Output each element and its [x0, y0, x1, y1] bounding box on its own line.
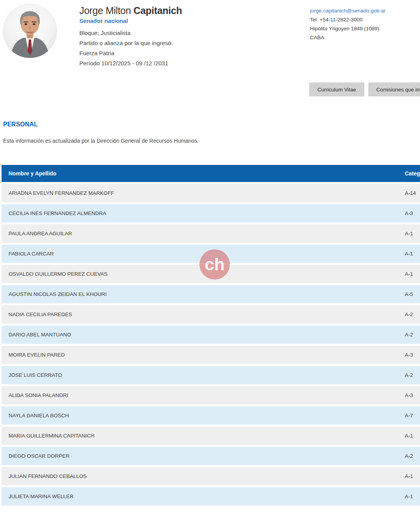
employee-category-cell: A-1	[403, 473, 420, 479]
employee-category-cell: A-14	[403, 190, 420, 196]
email-link[interactable]: jorge.capitanich@senado.gob.ar	[310, 6, 386, 15]
table-row: DIEGO OSCAR DORPER A-2	[2, 447, 420, 465]
bloque-line: Bloque: Justicialista	[79, 28, 182, 38]
person-portrait-illustration	[3, 4, 57, 58]
table-row: PAULA ANDREA AGUILAR A-1	[2, 224, 420, 243]
employee-name-cell: FABIOLA CARCAR	[2, 251, 403, 257]
table-row: MOIRA EVELIN PARED A-3	[2, 346, 420, 364]
senator-role: Senador nacional	[79, 18, 182, 24]
employee-category-cell: A-5	[403, 291, 420, 297]
employee-category-cell: A-3	[403, 392, 420, 398]
employee-category-cell: A-3	[403, 352, 420, 358]
employee-category-cell: A-1	[403, 494, 420, 499]
employee-name-cell: AGUSTIN NICOLAS ZEIDAN EL KHOURI	[2, 291, 403, 297]
employee-name-cell: JOSE LUIS CERRATO	[2, 372, 403, 378]
employee-name-cell: DARIO ABEL MANTUANO	[2, 332, 403, 338]
table-row: ARIADNA EVELYN FERNANDEZ MARKOFF A-14	[2, 184, 420, 202]
partido-value-line: Fuerza Patria	[79, 48, 182, 58]
table-row: OSVALDO GUILLERMO PEREZ CUEVAS A-1	[2, 265, 420, 283]
table-row: JOSE LUIS CERRATO A-2	[2, 366, 420, 384]
employee-category-cell: A-2	[403, 312, 420, 317]
table-row: AGUSTIN NICOLAS ZEIDAN EL KHOURI A-5	[2, 285, 420, 303]
employee-name-cell: MOIRA EVELIN PARED	[2, 352, 403, 358]
employee-name-cell: ARIADNA EVELYN FERNANDEZ MARKOFF	[2, 190, 403, 196]
employee-name-cell: ALIDA SONIA PALANDRI	[2, 392, 403, 398]
table-header-row: Nombre y Apellido Categoría	[2, 165, 420, 182]
column-header-name: Nombre y Apellido	[2, 170, 403, 177]
employee-name-cell: NAYLA DANIELA BOSCH	[2, 413, 403, 418]
employee-category-cell: A-1	[403, 433, 420, 439]
employee-category-cell: A-1	[403, 251, 420, 257]
employee-name-cell: JULIAN FERNANDO CEBALLOS	[2, 473, 403, 479]
table-body: ARIADNA EVELYN FERNANDEZ MARKOFF A-14 CE…	[2, 184, 420, 506]
address-line: Hipólito Yrigoyen 1849 (1089)	[310, 24, 386, 33]
employee-name-cell: JULIETA MARINA WELLER	[2, 494, 403, 499]
city-line: CABA	[310, 33, 386, 42]
employee-category-cell: A-3	[403, 210, 420, 216]
partido-label-line: Partido o alianza por la que ingresó:	[79, 38, 182, 48]
phone-line: Tel: +54-11-2822-3000	[310, 15, 386, 24]
employee-category-cell: A-1	[403, 231, 420, 236]
employee-name-cell: MARIA GUILLERMINA CAPITANICH	[2, 433, 403, 439]
table-row: JULIETA MARINA WELLER A-1	[2, 487, 420, 506]
senator-name: Jorge Milton Capitanich	[79, 5, 182, 16]
senator-photo	[3, 4, 57, 58]
employee-category-cell: A-7	[403, 413, 420, 418]
column-header-category: Categoría	[403, 170, 420, 177]
table-row: JULIAN FERNANDO CEBALLOS A-1	[2, 467, 420, 485]
employee-category-cell: A-2	[403, 332, 420, 338]
table-row: NADIA CECILIA PAREDES A-2	[2, 305, 420, 324]
table-row: FABIOLA CARCAR A-1	[2, 245, 420, 263]
employee-name-cell: PAULA ANDREA AGUILAR	[2, 231, 403, 236]
periodo-line: Período 10/12/2025 - 09 /12 /2031	[79, 58, 182, 68]
table-row: DARIO ABEL MANTUANO A-2	[2, 326, 420, 344]
senator-last-name: Capitanich	[133, 5, 182, 16]
employee-category-cell: A-2	[403, 372, 420, 378]
profile-tabs: Curriculum Vitae Comisiones que integra	[309, 82, 420, 96]
employee-category-cell: A-2	[403, 453, 420, 459]
employee-name-cell: OSVALDO GUILLERMO PEREZ CUEVAS	[2, 271, 403, 277]
section-description: Esta información es actualizada por la D…	[3, 138, 199, 144]
section-title-personal: PERSONAL	[3, 121, 38, 128]
senator-first-names: Jorge Milton	[79, 5, 133, 16]
employee-name-cell: NADIA CECILIA PAREDES	[2, 312, 403, 317]
tab-comisiones[interactable]: Comisiones que integra	[368, 82, 420, 96]
employee-name-cell: DIEGO OSCAR DORPER	[2, 453, 403, 459]
contact-block: jorge.capitanich@senado.gob.ar Tel: +54-…	[310, 6, 386, 42]
employee-name-cell: CECILIA INES FERNANDEZ ALMENDRA	[2, 210, 403, 216]
table-row: CECILIA INES FERNANDEZ ALMENDRA A-3	[2, 204, 420, 222]
table-row: MARIA GUILLERMINA CAPITANICH A-1	[2, 427, 420, 445]
profile-info: Jorge Milton Capitanich Senador nacional…	[79, 5, 182, 68]
tab-curriculum-vitae[interactable]: Curriculum Vitae	[309, 82, 364, 96]
table-row: NAYLA DANIELA BOSCH A-7	[2, 406, 420, 425]
personnel-table: Nombre y Apellido Categoría ARIADNA EVEL…	[2, 165, 420, 508]
employee-category-cell: A-1	[403, 271, 420, 277]
table-row: ALIDA SONIA PALANDRI A-3	[2, 386, 420, 404]
